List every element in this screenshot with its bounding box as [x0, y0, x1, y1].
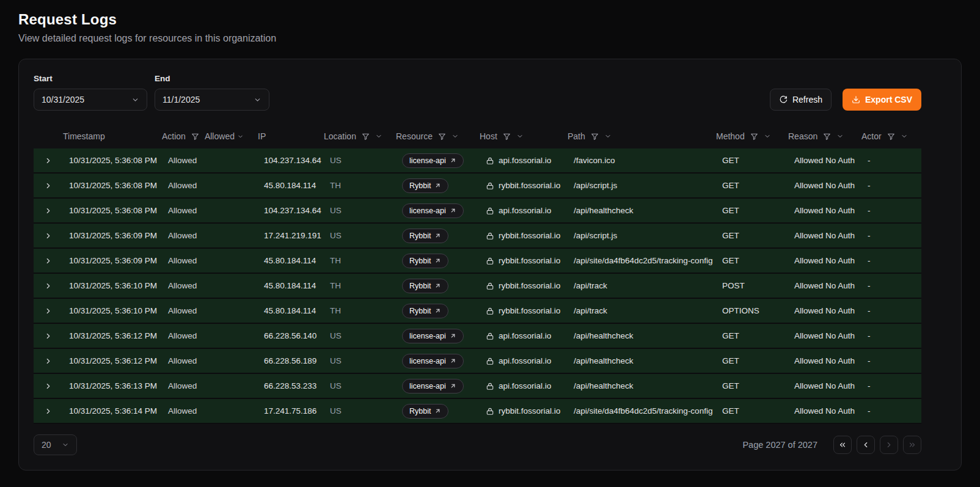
chevron-down-icon[interactable] [604, 133, 612, 140]
filter-icon[interactable] [191, 133, 199, 141]
expand-row-button[interactable] [42, 354, 55, 368]
chevron-down-icon[interactable] [836, 133, 844, 140]
table-row[interactable]: 10/31/2025, 5:36:08 PM Allowed 45.80.184… [34, 174, 921, 199]
actor-cell: - [861, 206, 921, 215]
method-cell: GET [716, 331, 788, 340]
reason-cell: Allowed No Auth [788, 356, 861, 365]
filter-icon[interactable] [362, 133, 370, 141]
expand-row-button[interactable] [42, 154, 55, 167]
table-row[interactable]: 10/31/2025, 5:36:10 PM Allowed 45.80.184… [34, 299, 921, 324]
expand-row-button[interactable] [42, 329, 55, 343]
host-cell: rybbit.fossorial.io [499, 256, 560, 265]
expand-row-button[interactable] [42, 204, 55, 218]
export-csv-button[interactable]: Export CSV [843, 89, 921, 111]
action-cell: Allowed [162, 181, 258, 190]
path-cell: /api/healthcheck [568, 206, 716, 215]
resource-badge[interactable]: license-api [402, 203, 464, 218]
table-row[interactable]: 10/31/2025, 5:36:12 PM Allowed 66.228.56… [34, 324, 921, 349]
col-method: Method [716, 131, 788, 141]
page-title: Request Logs [18, 11, 962, 28]
page-size-select[interactable]: 20 [34, 434, 77, 455]
timestamp-cell: 10/31/2025, 5:36:09 PM [63, 231, 162, 240]
resource-badge[interactable]: license-api [402, 329, 464, 343]
resource-name: license-api [409, 357, 446, 365]
host-cell: api.fossorial.io [499, 331, 551, 340]
external-link-icon [434, 232, 441, 239]
resource-name: Rybbit [409, 282, 431, 290]
col-path: Path [568, 131, 716, 141]
logs-card: Start 10/31/2025 End 11/1/2025 [18, 59, 962, 471]
table-row[interactable]: 10/31/2025, 5:36:13 PM Allowed 66.228.53… [34, 374, 921, 399]
timestamp-cell: 10/31/2025, 5:36:08 PM [63, 156, 162, 165]
method-cell: POST [716, 281, 788, 290]
chevron-down-icon[interactable] [375, 133, 382, 140]
location-cell: TH [324, 281, 396, 290]
resource-name: license-api [409, 156, 446, 165]
page-info: Page 2027 of 2027 [742, 440, 817, 450]
chevron-down-icon[interactable] [764, 133, 771, 140]
method-cell: GET [716, 256, 788, 265]
chevron-down-icon [254, 96, 261, 104]
prev-page-button[interactable] [857, 436, 875, 454]
filter-icon[interactable] [750, 133, 758, 141]
toolbar: Start 10/31/2025 End 11/1/2025 [34, 74, 921, 111]
table-row[interactable]: 10/31/2025, 5:36:10 PM Allowed 45.80.184… [34, 274, 921, 299]
filter-icon[interactable] [591, 133, 599, 141]
external-link-icon [434, 307, 441, 314]
refresh-button[interactable]: Refresh [770, 89, 832, 111]
expand-row-button[interactable] [42, 229, 55, 243]
start-date-value: 10/31/2025 [42, 95, 84, 104]
method-cell: GET [716, 406, 788, 416]
resource-badge[interactable]: license-api [402, 153, 464, 168]
chevron-right-icon [44, 282, 53, 290]
last-page-button[interactable] [903, 436, 921, 454]
ip-cell: 104.237.134.64 [258, 156, 324, 165]
location-cell: US [324, 331, 396, 340]
chevron-down-icon[interactable] [516, 133, 524, 140]
chevron-down-icon[interactable] [452, 133, 459, 140]
refresh-icon [779, 95, 788, 104]
end-date-select[interactable]: 11/1/2025 [155, 89, 269, 111]
table-row[interactable]: 10/31/2025, 5:36:08 PM Allowed 104.237.1… [34, 148, 921, 174]
lock-icon [486, 207, 494, 215]
expand-row-button[interactable] [42, 379, 55, 393]
expand-row-button[interactable] [42, 304, 55, 318]
first-page-button[interactable] [833, 436, 852, 454]
chevron-down-icon[interactable] [901, 133, 908, 140]
filter-icon[interactable] [503, 133, 511, 141]
external-link-icon [450, 207, 456, 214]
resource-badge[interactable]: Rybbit [402, 279, 448, 293]
expand-row-button[interactable] [42, 405, 55, 418]
table-row[interactable]: 10/31/2025, 5:36:09 PM Allowed 45.80.184… [34, 249, 921, 274]
action-filter-dropdown[interactable]: Allowed [205, 131, 244, 141]
filter-icon[interactable] [823, 133, 831, 141]
expand-row-button[interactable] [42, 279, 55, 293]
table-row[interactable]: 10/31/2025, 5:36:09 PM Allowed 17.241.21… [34, 224, 921, 249]
path-cell: /api/track [568, 281, 716, 290]
resource-badge[interactable]: license-api [402, 379, 464, 394]
table-row[interactable]: 10/31/2025, 5:36:12 PM Allowed 66.228.56… [34, 349, 921, 374]
resource-badge[interactable]: license-api [402, 354, 464, 368]
action-cell: Allowed [162, 156, 258, 165]
expand-row-button[interactable] [42, 254, 55, 268]
next-page-button[interactable] [880, 436, 898, 454]
lock-icon [486, 307, 494, 315]
expand-row-button[interactable] [42, 179, 55, 192]
resource-badge[interactable]: Rybbit [402, 229, 448, 243]
host-cell: api.fossorial.io [499, 206, 551, 215]
path-cell: /api/healthcheck [568, 381, 716, 390]
timestamp-cell: 10/31/2025, 5:36:10 PM [63, 281, 162, 290]
timestamp-cell: 10/31/2025, 5:36:10 PM [63, 306, 162, 315]
actor-cell: - [861, 281, 921, 290]
filter-icon[interactable] [887, 133, 895, 141]
resource-badge[interactable]: Rybbit [402, 254, 448, 268]
filter-icon[interactable] [438, 133, 446, 141]
table-row[interactable]: 10/31/2025, 5:36:14 PM Allowed 17.241.75… [34, 399, 921, 424]
resource-badge[interactable]: Rybbit [402, 178, 448, 193]
col-reason: Reason [788, 131, 861, 141]
table-row[interactable]: 10/31/2025, 5:36:08 PM Allowed 104.237.1… [34, 199, 921, 224]
resource-badge[interactable]: Rybbit [402, 404, 448, 419]
location-cell: US [324, 206, 396, 215]
resource-badge[interactable]: Rybbit [402, 304, 448, 318]
start-date-select[interactable]: 10/31/2025 [34, 89, 147, 111]
